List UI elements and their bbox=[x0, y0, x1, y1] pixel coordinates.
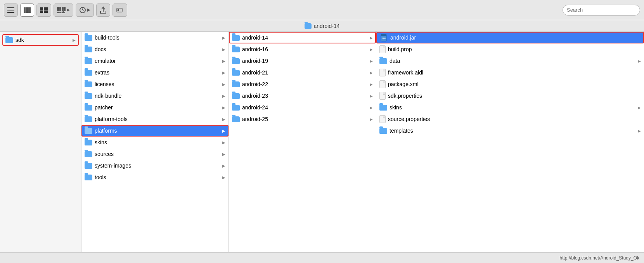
list-item[interactable]: sources▶ bbox=[81, 148, 229, 160]
file-icon bbox=[379, 45, 386, 53]
folder-icon bbox=[85, 128, 92, 134]
svg-marker-25 bbox=[87, 9, 90, 12]
item-name: skins bbox=[95, 139, 222, 145]
list-item[interactable]: licenses▶ bbox=[81, 78, 229, 90]
folder-icon bbox=[379, 105, 387, 111]
list-item[interactable]: emulator▶ bbox=[81, 55, 229, 67]
svg-rect-5 bbox=[28, 7, 31, 13]
list-item[interactable]: skins▶ bbox=[376, 102, 644, 113]
list-item[interactable]: android-19▶ bbox=[229, 55, 376, 67]
list-item[interactable]: sdk.properties bbox=[376, 90, 644, 102]
item-chevron: ▶ bbox=[638, 129, 641, 133]
column-1-pane: build-tools▶docs▶emulator▶extras▶license… bbox=[81, 32, 229, 252]
item-chevron: ▶ bbox=[370, 36, 373, 40]
list-item[interactable]: patcher▶ bbox=[81, 102, 229, 113]
svg-marker-28 bbox=[117, 9, 119, 12]
folder-icon bbox=[85, 151, 92, 157]
column-3-scroll[interactable]: JAR android.jarbuild.propdata▶framework.… bbox=[376, 32, 644, 252]
folder-icon bbox=[85, 105, 92, 111]
folder-icon bbox=[379, 128, 387, 134]
list-item[interactable]: android-23▶ bbox=[229, 90, 376, 102]
list-item[interactable]: system-images▶ bbox=[81, 160, 229, 171]
folder-icon bbox=[232, 47, 240, 52]
sidebar-scroll[interactable]: sdk ▶ bbox=[0, 32, 81, 252]
title-bar: android-14 bbox=[0, 20, 644, 32]
list-item[interactable]: ndk-bundle▶ bbox=[81, 90, 229, 102]
item-name: ndk-bundle bbox=[95, 93, 222, 99]
list-item[interactable]: build.prop bbox=[376, 43, 644, 55]
search-input[interactable] bbox=[563, 5, 640, 16]
item-chevron: ▶ bbox=[638, 106, 641, 110]
item-chevron: ▶ bbox=[222, 117, 225, 121]
list-item[interactable]: data▶ bbox=[376, 55, 644, 67]
list-item[interactable]: android-16▶ bbox=[229, 43, 376, 55]
item-name: android-14 bbox=[242, 35, 370, 41]
item-name: data bbox=[390, 58, 638, 64]
svg-rect-13 bbox=[64, 7, 66, 9]
file-icon bbox=[379, 92, 386, 100]
svg-rect-6 bbox=[40, 7, 43, 10]
item-chevron: ▶ bbox=[370, 59, 373, 63]
list-item[interactable]: JAR android.jar bbox=[376, 32, 644, 43]
folder-icon bbox=[232, 81, 240, 87]
share-button[interactable] bbox=[96, 3, 110, 17]
list-item[interactable]: framework.aidl bbox=[376, 67, 644, 78]
folder-icon bbox=[85, 81, 92, 87]
item-name: platforms bbox=[95, 128, 222, 134]
item-name: build-tools bbox=[95, 35, 222, 41]
sidebar-item-sdk[interactable]: sdk ▶ bbox=[2, 34, 79, 46]
page-title: android-14 bbox=[314, 23, 340, 29]
file-icon bbox=[379, 80, 386, 88]
item-name: android-16 bbox=[242, 46, 370, 52]
back-button[interactable] bbox=[113, 3, 127, 17]
item-name: android-24 bbox=[242, 104, 370, 111]
item-chevron: ▶ bbox=[222, 94, 225, 98]
item-name: framework.aidl bbox=[388, 69, 641, 76]
svg-rect-1 bbox=[7, 10, 14, 10]
list-item[interactable]: extras▶ bbox=[81, 67, 229, 78]
item-chevron: ▶ bbox=[222, 106, 225, 110]
item-chevron: ▶ bbox=[222, 175, 225, 180]
list-item[interactable]: android-14▶ bbox=[229, 32, 376, 43]
list-item[interactable]: android-24▶ bbox=[229, 102, 376, 113]
folder-icon bbox=[85, 163, 92, 169]
list-item[interactable]: skins▶ bbox=[81, 137, 229, 148]
item-name: platform-tools bbox=[95, 116, 222, 122]
list-item[interactable]: build-tools▶ bbox=[81, 32, 229, 43]
gallery-view-button[interactable] bbox=[36, 3, 51, 17]
list-item[interactable]: tools▶ bbox=[81, 171, 229, 183]
list-item[interactable]: docs▶ bbox=[81, 43, 229, 55]
folder-icon bbox=[232, 116, 240, 122]
item-name: system-images bbox=[95, 163, 222, 169]
list-item[interactable]: android-25▶ bbox=[229, 113, 376, 125]
svg-text:JAR: JAR bbox=[382, 37, 386, 40]
item-chevron: ▶ bbox=[638, 59, 641, 63]
list-item[interactable]: package.xml bbox=[376, 78, 644, 90]
svg-rect-8 bbox=[40, 10, 43, 13]
item-chevron: ▶ bbox=[370, 71, 373, 75]
list-item[interactable]: android-21▶ bbox=[229, 67, 376, 78]
list-item[interactable]: source.properties bbox=[376, 113, 644, 125]
list-item[interactable]: templates▶ bbox=[376, 125, 644, 137]
folder-icon bbox=[232, 35, 240, 41]
item-name: android-21 bbox=[242, 69, 370, 76]
sdk-chevron: ▶ bbox=[73, 38, 76, 42]
list-item[interactable]: platform-tools▶ bbox=[81, 113, 229, 125]
column-view-button[interactable] bbox=[20, 3, 34, 17]
list-item[interactable]: platforms▶ bbox=[81, 125, 229, 137]
action-button[interactable] bbox=[76, 3, 94, 17]
list-item[interactable]: android-22▶ bbox=[229, 78, 376, 90]
sidebar-toggle-button[interactable] bbox=[4, 3, 18, 17]
item-name: sources bbox=[95, 151, 222, 157]
folder-icon bbox=[85, 58, 92, 64]
column-1-scroll[interactable]: build-tools▶docs▶emulator▶extras▶license… bbox=[81, 32, 229, 252]
item-chevron: ▶ bbox=[370, 106, 373, 110]
item-name: templates bbox=[390, 128, 638, 134]
folder-icon bbox=[232, 93, 240, 99]
status-url: http://blog.csdn.net/Android_Study_Ok bbox=[560, 255, 639, 261]
svg-rect-12 bbox=[62, 7, 64, 9]
item-chevron: ▶ bbox=[370, 117, 373, 121]
column-2-scroll[interactable]: android-14▶android-16▶android-19▶android… bbox=[229, 32, 376, 252]
svg-rect-19 bbox=[59, 12, 61, 13]
grid-view-button[interactable] bbox=[54, 3, 73, 17]
